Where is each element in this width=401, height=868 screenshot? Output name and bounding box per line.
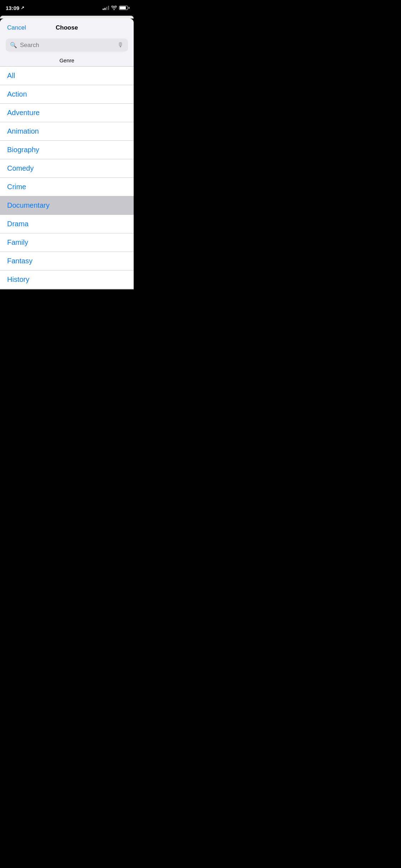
- genre-label-fantasy: Fantasy: [7, 257, 32, 265]
- battery-icon: [119, 6, 128, 10]
- genre-item-comedy[interactable]: Comedy: [0, 159, 134, 178]
- genre-label-documentary: Documentary: [7, 201, 50, 210]
- prev-screen-peek: [0, 16, 134, 19]
- genre-label-biography: Biography: [7, 146, 39, 154]
- mic-icon[interactable]: 🎙: [117, 41, 124, 49]
- location-icon: ↗: [21, 5, 24, 10]
- search-container: 🔍 🎙: [0, 36, 134, 56]
- genre-item-documentary[interactable]: Documentary: [0, 196, 134, 215]
- genre-label-all: All: [7, 72, 15, 80]
- genre-label-animation: Animation: [7, 127, 39, 135]
- search-icon: 🔍: [10, 42, 17, 48]
- genre-label-adventure: Adventure: [7, 109, 40, 117]
- cancel-button[interactable]: Cancel: [7, 24, 26, 31]
- status-icons: [103, 6, 128, 10]
- status-bar: 13:09 ↗: [0, 0, 134, 16]
- genre-list: AllActionAdventureAnimationBiographyCome…: [0, 67, 134, 289]
- status-time: 13:09 ↗: [6, 5, 24, 11]
- genre-item-family[interactable]: Family: [0, 233, 134, 252]
- genre-item-animation[interactable]: Animation: [0, 122, 134, 141]
- genre-item-horror[interactable]: Horror: [0, 289, 134, 289]
- genre-label-family: Family: [7, 238, 28, 247]
- section-label: Genre: [0, 56, 134, 67]
- modal-header: Cancel Choose: [0, 19, 134, 36]
- genre-label-drama: Drama: [7, 220, 29, 228]
- genre-label-crime: Crime: [7, 183, 26, 191]
- genre-item-biography[interactable]: Biography: [0, 141, 134, 159]
- search-bar: 🔍 🎙: [6, 38, 128, 52]
- genre-item-action[interactable]: Action: [0, 85, 134, 104]
- wifi-icon: [111, 6, 117, 10]
- genre-item-adventure[interactable]: Adventure: [0, 104, 134, 122]
- genre-item-history[interactable]: History: [0, 270, 134, 289]
- genre-label-comedy: Comedy: [7, 164, 34, 172]
- genre-item-fantasy[interactable]: Fantasy: [0, 252, 134, 270]
- genre-item-crime[interactable]: Crime: [0, 178, 134, 196]
- search-input[interactable]: [20, 42, 114, 49]
- modal-title: Choose: [56, 24, 78, 31]
- genre-label-history: History: [7, 275, 29, 284]
- genre-item-all[interactable]: All: [0, 67, 134, 85]
- genre-item-drama[interactable]: Drama: [0, 215, 134, 233]
- modal-sheet: Cancel Choose 🔍 🎙 Genre AllActionAdventu…: [0, 19, 134, 289]
- signal-icon: [103, 6, 109, 10]
- genre-label-action: Action: [7, 90, 27, 98]
